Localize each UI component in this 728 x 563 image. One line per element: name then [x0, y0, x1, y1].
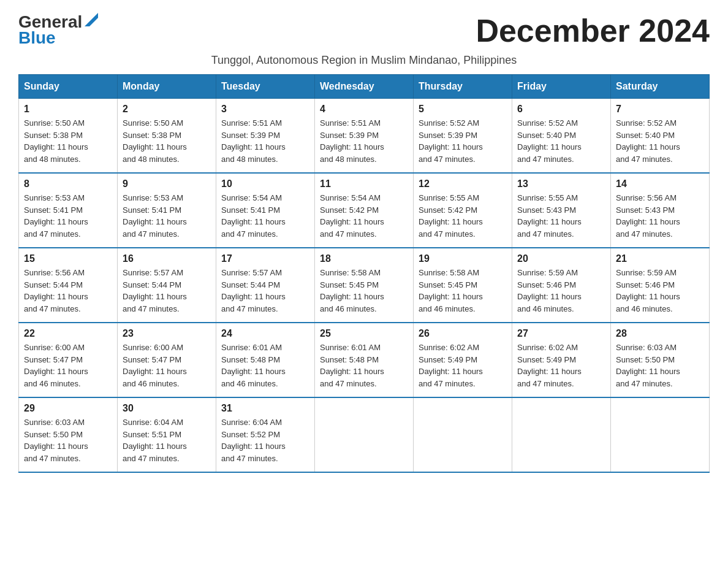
day-info: Sunrise: 5:59 AM Sunset: 5:46 PM Dayligh…	[517, 267, 605, 315]
day-number: 16	[123, 253, 211, 264]
day-number: 3	[221, 104, 309, 115]
calendar-cell: 1 Sunrise: 5:50 AM Sunset: 5:38 PM Dayli…	[19, 99, 118, 174]
column-header-monday: Monday	[118, 75, 216, 99]
day-info: Sunrise: 6:04 AM Sunset: 5:51 PM Dayligh…	[123, 416, 211, 464]
day-info: Sunrise: 6:04 AM Sunset: 5:52 PM Dayligh…	[221, 416, 309, 464]
calendar-week-row: 8 Sunrise: 5:53 AM Sunset: 5:41 PM Dayli…	[19, 173, 710, 248]
calendar-cell: 17 Sunrise: 5:57 AM Sunset: 5:44 PM Dayl…	[216, 248, 315, 323]
calendar-table: SundayMondayTuesdayWednesdayThursdayFrid…	[18, 74, 710, 473]
calendar-cell: 18 Sunrise: 5:58 AM Sunset: 5:45 PM Dayl…	[315, 248, 414, 323]
day-number: 14	[616, 178, 704, 190]
day-number: 11	[320, 178, 408, 190]
calendar-cell: 20 Sunrise: 5:59 AM Sunset: 5:46 PM Dayl…	[512, 248, 611, 323]
day-info: Sunrise: 5:51 AM Sunset: 5:39 PM Dayligh…	[221, 117, 309, 165]
calendar-cell: 31 Sunrise: 6:04 AM Sunset: 5:52 PM Dayl…	[216, 397, 315, 472]
day-number: 28	[616, 328, 704, 339]
day-number: 2	[123, 104, 211, 115]
column-header-wednesday: Wednesday	[315, 75, 414, 99]
calendar-cell: 27 Sunrise: 6:02 AM Sunset: 5:49 PM Dayl…	[512, 323, 611, 397]
calendar-cell: 30 Sunrise: 6:04 AM Sunset: 5:51 PM Dayl…	[118, 397, 216, 472]
day-info: Sunrise: 5:50 AM Sunset: 5:38 PM Dayligh…	[123, 117, 211, 165]
day-number: 26	[419, 328, 507, 339]
day-number: 24	[221, 328, 309, 339]
day-info: Sunrise: 5:53 AM Sunset: 5:41 PM Dayligh…	[24, 192, 112, 240]
calendar-cell: 19 Sunrise: 5:58 AM Sunset: 5:45 PM Dayl…	[414, 248, 512, 323]
day-info: Sunrise: 5:52 AM Sunset: 5:40 PM Dayligh…	[517, 117, 605, 165]
calendar-cell: 21 Sunrise: 5:59 AM Sunset: 5:46 PM Dayl…	[611, 248, 710, 323]
day-number: 4	[320, 104, 408, 115]
calendar-cell: 29 Sunrise: 6:03 AM Sunset: 5:50 PM Dayl…	[19, 397, 118, 472]
calendar-week-row: 15 Sunrise: 5:56 AM Sunset: 5:44 PM Dayl…	[19, 248, 710, 323]
day-info: Sunrise: 6:03 AM Sunset: 5:50 PM Dayligh…	[616, 342, 704, 389]
day-info: Sunrise: 6:03 AM Sunset: 5:50 PM Dayligh…	[24, 416, 112, 464]
day-info: Sunrise: 5:54 AM Sunset: 5:41 PM Dayligh…	[221, 192, 309, 240]
day-info: Sunrise: 5:57 AM Sunset: 5:44 PM Dayligh…	[123, 267, 211, 315]
page-title: December 2024	[476, 12, 710, 49]
day-info: Sunrise: 5:55 AM Sunset: 5:42 PM Dayligh…	[419, 192, 507, 240]
day-info: Sunrise: 5:58 AM Sunset: 5:45 PM Dayligh…	[320, 267, 408, 315]
day-number: 22	[24, 328, 112, 339]
calendar-cell: 15 Sunrise: 5:56 AM Sunset: 5:44 PM Dayl…	[19, 248, 118, 323]
day-number: 1	[24, 104, 112, 115]
calendar-cell: 22 Sunrise: 6:00 AM Sunset: 5:47 PM Dayl…	[19, 323, 118, 397]
day-number: 21	[616, 253, 704, 264]
day-info: Sunrise: 5:55 AM Sunset: 5:43 PM Dayligh…	[517, 192, 605, 240]
day-number: 31	[221, 403, 309, 414]
calendar-cell: 9 Sunrise: 5:53 AM Sunset: 5:41 PM Dayli…	[118, 173, 216, 248]
day-info: Sunrise: 6:01 AM Sunset: 5:48 PM Dayligh…	[320, 342, 408, 389]
page-subtitle: Tunggol, Autonomous Region in Muslim Min…	[18, 54, 710, 67]
day-number: 20	[517, 253, 605, 264]
day-info: Sunrise: 5:52 AM Sunset: 5:40 PM Dayligh…	[616, 117, 704, 165]
calendar-cell: 14 Sunrise: 5:56 AM Sunset: 5:43 PM Dayl…	[611, 173, 710, 248]
day-info: Sunrise: 5:57 AM Sunset: 5:44 PM Dayligh…	[221, 267, 309, 315]
calendar-cell	[414, 397, 512, 472]
calendar-cell: 25 Sunrise: 6:01 AM Sunset: 5:48 PM Dayl…	[315, 323, 414, 397]
calendar-week-row: 1 Sunrise: 5:50 AM Sunset: 5:38 PM Dayli…	[19, 99, 710, 174]
logo: General Blue	[18, 12, 98, 48]
calendar-cell: 16 Sunrise: 5:57 AM Sunset: 5:44 PM Dayl…	[118, 248, 216, 323]
day-number: 8	[24, 178, 112, 190]
day-info: Sunrise: 5:50 AM Sunset: 5:38 PM Dayligh…	[24, 117, 112, 165]
calendar-cell: 8 Sunrise: 5:53 AM Sunset: 5:41 PM Dayli…	[19, 173, 118, 248]
day-info: Sunrise: 6:01 AM Sunset: 5:48 PM Dayligh…	[221, 342, 309, 389]
calendar-cell: 11 Sunrise: 5:54 AM Sunset: 5:42 PM Dayl…	[315, 173, 414, 248]
calendar-cell: 4 Sunrise: 5:51 AM Sunset: 5:39 PM Dayli…	[315, 99, 414, 174]
day-info: Sunrise: 5:52 AM Sunset: 5:39 PM Dayligh…	[419, 117, 507, 165]
day-info: Sunrise: 5:56 AM Sunset: 5:44 PM Dayligh…	[24, 267, 112, 315]
column-header-tuesday: Tuesday	[216, 75, 315, 99]
calendar-cell: 2 Sunrise: 5:50 AM Sunset: 5:38 PM Dayli…	[118, 99, 216, 174]
day-number: 7	[616, 104, 704, 115]
day-number: 23	[123, 328, 211, 339]
logo-icon	[85, 13, 98, 29]
day-info: Sunrise: 6:00 AM Sunset: 5:47 PM Dayligh…	[24, 342, 112, 389]
calendar-cell: 7 Sunrise: 5:52 AM Sunset: 5:40 PM Dayli…	[611, 99, 710, 174]
calendar-cell: 3 Sunrise: 5:51 AM Sunset: 5:39 PM Dayli…	[216, 99, 315, 174]
header: General Blue December 2024	[18, 12, 710, 49]
day-info: Sunrise: 6:02 AM Sunset: 5:49 PM Dayligh…	[517, 342, 605, 389]
day-number: 19	[419, 253, 507, 264]
day-info: Sunrise: 5:56 AM Sunset: 5:43 PM Dayligh…	[616, 192, 704, 240]
day-number: 5	[419, 104, 507, 115]
column-header-thursday: Thursday	[414, 75, 512, 99]
calendar-cell: 28 Sunrise: 6:03 AM Sunset: 5:50 PM Dayl…	[611, 323, 710, 397]
day-number: 18	[320, 253, 408, 264]
day-number: 13	[517, 178, 605, 190]
day-info: Sunrise: 5:53 AM Sunset: 5:41 PM Dayligh…	[123, 192, 211, 240]
day-number: 27	[517, 328, 605, 339]
day-info: Sunrise: 5:59 AM Sunset: 5:46 PM Dayligh…	[616, 267, 704, 315]
calendar-cell: 26 Sunrise: 6:02 AM Sunset: 5:49 PM Dayl…	[414, 323, 512, 397]
day-info: Sunrise: 5:58 AM Sunset: 5:45 PM Dayligh…	[419, 267, 507, 315]
day-number: 15	[24, 253, 112, 264]
calendar-cell	[315, 397, 414, 472]
column-header-friday: Friday	[512, 75, 611, 99]
column-header-saturday: Saturday	[611, 75, 710, 99]
calendar-cell	[512, 397, 611, 472]
calendar-cell	[611, 397, 710, 472]
calendar-week-row: 29 Sunrise: 6:03 AM Sunset: 5:50 PM Dayl…	[19, 397, 710, 472]
day-number: 29	[24, 403, 112, 414]
calendar-cell: 12 Sunrise: 5:55 AM Sunset: 5:42 PM Dayl…	[414, 173, 512, 248]
day-number: 17	[221, 253, 309, 264]
day-number: 12	[419, 178, 507, 190]
calendar-cell: 13 Sunrise: 5:55 AM Sunset: 5:43 PM Dayl…	[512, 173, 611, 248]
day-number: 25	[320, 328, 408, 339]
